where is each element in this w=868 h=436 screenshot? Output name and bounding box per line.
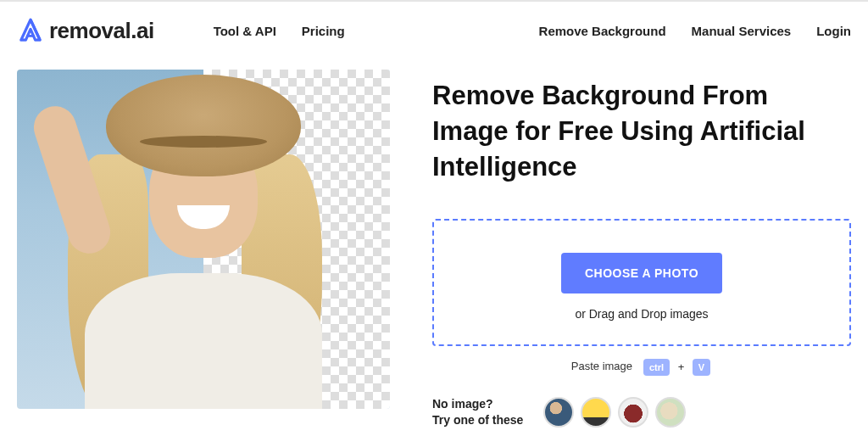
samples-text: No image? Try one of these	[432, 396, 523, 429]
sample-thumb-person[interactable]	[543, 397, 574, 428]
choose-photo-button[interactable]: CHOOSE A PHOTO	[561, 253, 722, 293]
nav-pricing[interactable]: Pricing	[302, 24, 345, 38]
upload-dropzone[interactable]: CHOOSE A PHOTO or Drag and Drop images	[432, 219, 851, 346]
drag-drop-label: or Drag and Drop images	[451, 307, 832, 321]
no-image-label: No image?	[432, 396, 523, 413]
sample-thumb-car[interactable]	[581, 397, 611, 428]
nav-right: Remove Background Manual Services Login	[539, 24, 851, 38]
nav-manual-services[interactable]: Manual Services	[692, 24, 792, 38]
kbd-ctrl: ctrl	[643, 359, 670, 376]
nav-left: Tool & API Pricing	[214, 24, 345, 38]
sample-thumbs	[543, 397, 686, 428]
hero-image	[17, 70, 390, 409]
logo[interactable]: removal.ai	[17, 17, 154, 44]
paste-label: Paste image	[571, 360, 632, 372]
nav-remove-background[interactable]: Remove Background	[539, 24, 666, 38]
samples-row: No image? Try one of these	[432, 396, 851, 429]
main: Remove Background From Image for Free Us…	[0, 70, 868, 429]
kbd-v: V	[693, 359, 710, 376]
nav-tool-api[interactable]: Tool & API	[214, 24, 276, 38]
person-illustration	[17, 70, 390, 409]
header: removal.ai Tool & API Pricing Remove Bac…	[0, 2, 868, 59]
logo-icon	[17, 17, 44, 44]
try-one-label: Try one of these	[432, 412, 523, 429]
page-headline: Remove Background From Image for Free Us…	[432, 78, 851, 185]
logo-text: removal.ai	[49, 18, 154, 44]
content: Remove Background From Image for Free Us…	[432, 70, 851, 429]
paste-hint: Paste image ctrl + V	[432, 359, 851, 376]
kbd-plus: +	[678, 361, 685, 373]
sample-thumb-dog[interactable]	[655, 397, 686, 428]
nav-login[interactable]: Login	[816, 24, 851, 38]
sample-thumb-bag[interactable]	[618, 397, 648, 428]
